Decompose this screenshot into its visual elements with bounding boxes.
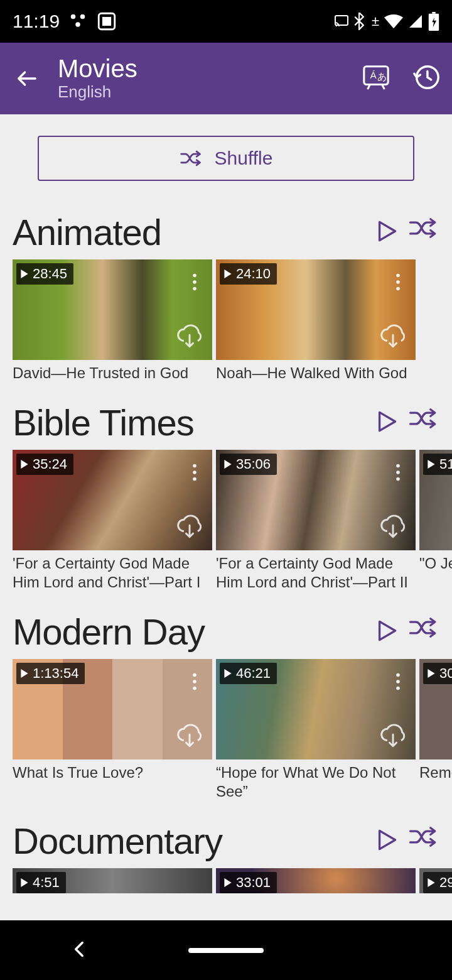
play-mini-icon (20, 669, 29, 678)
download-cloud-icon (176, 723, 203, 751)
duration-text: 28:45 (33, 266, 67, 282)
download-cloud-icon (379, 324, 407, 351)
language-icon: Áあ (362, 63, 390, 92)
play-all-bibletimes[interactable] (370, 406, 402, 440)
svg-point-24 (193, 673, 196, 677)
more-vert-icon (192, 273, 197, 291)
play-mini-icon (20, 270, 29, 278)
duration-badge: 24:10 (220, 263, 277, 285)
shuffle-animated[interactable] (408, 215, 439, 249)
svg-point-28 (396, 680, 400, 683)
svg-point-18 (193, 464, 196, 468)
svg-rect-4 (102, 17, 111, 26)
svg-text:Á: Á (370, 70, 377, 80)
more-button[interactable] (387, 667, 409, 697)
download-button[interactable] (175, 322, 205, 352)
video-thumb: 28:45 (13, 259, 212, 360)
more-vert-icon (396, 464, 401, 481)
section-bibletimes: Bible Times 35:24 'For a Certainty God M… (0, 383, 452, 592)
section-title-documentary: Documentary (13, 820, 370, 862)
shuffle-documentary[interactable] (408, 824, 439, 858)
video-title: “Hope for What We Do Not See” (216, 760, 416, 801)
download-button[interactable] (378, 322, 408, 352)
duration-badge: 46:21 (220, 663, 277, 684)
video-thumb: 30 (419, 659, 452, 760)
more-button[interactable] (183, 667, 206, 697)
cast-icon (334, 14, 349, 29)
section-animated: Animated 28:45 David—He Trusted in God 2… (0, 192, 452, 383)
svg-point-13 (193, 280, 196, 284)
svg-rect-7 (432, 12, 435, 14)
section-modernday: Modern Day 1:13:54 What Is True Love? 46… (0, 592, 452, 801)
status-time: 11:19 (13, 11, 60, 32)
duration-text: 51 (439, 456, 452, 472)
svg-point-21 (396, 464, 400, 468)
play-all-modernday[interactable] (370, 615, 402, 649)
video-card[interactable]: 35:24 'For a Certainty God Made Him Lord… (13, 450, 212, 592)
video-title: "O Jeh (419, 550, 452, 573)
video-thumb: 46:21 (216, 659, 416, 760)
video-card[interactable]: 4:51 (13, 868, 212, 893)
bluetooth-icon (354, 13, 367, 30)
history-button[interactable] (412, 63, 441, 94)
shuffle-icon (180, 149, 203, 168)
more-vert-icon (396, 673, 401, 690)
duration-text: 4:51 (33, 874, 60, 891)
video-card[interactable]: 33:01 (216, 868, 416, 893)
shuffle-icon (408, 406, 439, 431)
download-button[interactable] (378, 722, 408, 752)
more-button[interactable] (183, 267, 206, 297)
shuffle-icon (408, 824, 439, 849)
duration-text: 33:01 (236, 874, 271, 891)
section-title-modernday: Modern Day (13, 611, 370, 653)
more-vert-icon (192, 673, 197, 690)
download-button[interactable] (175, 513, 205, 543)
svg-point-26 (193, 687, 196, 690)
download-button[interactable] (378, 513, 408, 543)
play-icon (370, 215, 402, 247)
back-button[interactable] (11, 63, 43, 94)
svg-point-20 (193, 477, 196, 481)
video-card[interactable]: 24:10 Noah—He Walked With God (216, 259, 416, 383)
app-header: Movies English Áあ (0, 43, 452, 114)
more-button[interactable] (387, 267, 409, 297)
section-title-bibletimes: Bible Times (13, 401, 370, 444)
video-card[interactable]: 1:13:54 What Is True Love? (13, 659, 212, 801)
video-title: Reme (419, 760, 452, 782)
download-cloud-icon (176, 324, 203, 351)
video-card[interactable]: 35:06 'For a Certainty God Made Him Lord… (216, 450, 416, 592)
shuffle-modernday[interactable] (408, 615, 439, 649)
shuffle-bibletimes[interactable] (408, 406, 439, 440)
shuffle-button[interactable]: Shuffle (38, 136, 414, 181)
video-thumb: 29 (419, 868, 452, 893)
svg-point-25 (193, 680, 196, 683)
svg-point-27 (396, 673, 400, 677)
more-button[interactable] (387, 457, 409, 487)
more-button[interactable] (183, 457, 206, 487)
play-mini-icon (223, 878, 232, 887)
video-card[interactable]: 46:21 “Hope for What We Do Not See” (216, 659, 416, 801)
svg-point-29 (396, 687, 400, 690)
play-all-animated[interactable] (370, 215, 402, 249)
duration-text: 29 (439, 874, 452, 891)
play-all-documentary[interactable] (370, 824, 402, 858)
video-card[interactable]: 29 (419, 868, 452, 893)
video-card[interactable]: 30 Reme (419, 659, 452, 801)
system-nav-bar (0, 920, 452, 980)
download-button[interactable] (175, 722, 205, 752)
language-button[interactable]: Áあ (362, 63, 390, 94)
nav-back[interactable] (70, 940, 88, 961)
download-cloud-icon (176, 514, 203, 542)
video-title: Noah—He Walked With God (216, 360, 416, 383)
content-area: Shuffle Animated 28:45 David—He Trusted … (0, 114, 452, 920)
nav-home-pill[interactable] (188, 948, 264, 953)
video-thumb: 33:01 (216, 868, 416, 893)
video-card[interactable]: 28:45 David—He Trusted in God (13, 259, 212, 383)
play-mini-icon (427, 878, 436, 887)
duration-badge: 1:13:54 (16, 663, 85, 684)
signal-sep: ± (372, 13, 379, 30)
more-vert-icon (396, 273, 401, 291)
duration-badge: 4:51 (16, 872, 66, 893)
shuffle-label: Shuffle (215, 148, 273, 169)
video-card[interactable]: 51 "O Jeh (419, 450, 452, 592)
